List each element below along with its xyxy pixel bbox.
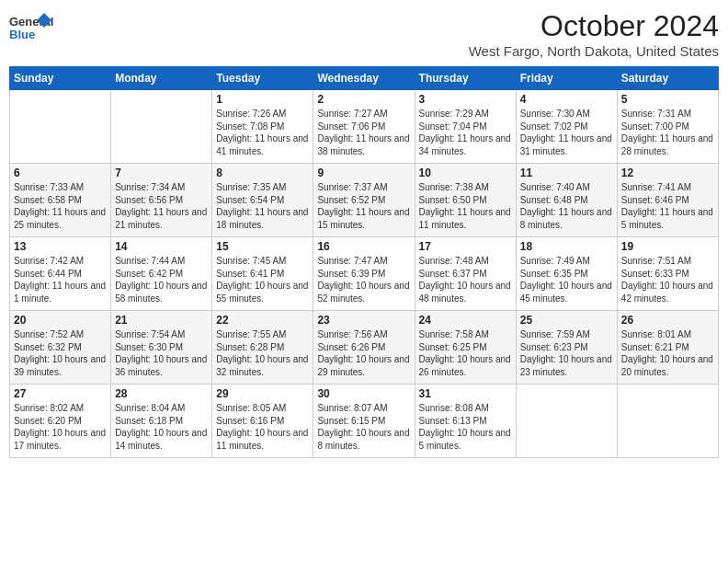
day-number: 27: [14, 387, 107, 400]
day-number: 1: [216, 93, 309, 106]
day-number: 31: [419, 387, 512, 400]
calendar-week-row: 20Sunrise: 7:52 AM Sunset: 6:32 PM Dayli…: [10, 311, 719, 385]
calendar-cell: 5Sunrise: 7:31 AM Sunset: 7:00 PM Daylig…: [617, 90, 718, 164]
calendar-week-row: 27Sunrise: 8:02 AM Sunset: 6:20 PM Dayli…: [10, 385, 719, 458]
calendar-header-monday: Monday: [111, 67, 212, 90]
calendar-cell: 28Sunrise: 8:04 AM Sunset: 6:18 PM Dayli…: [111, 385, 212, 458]
calendar-cell: 22Sunrise: 7:55 AM Sunset: 6:28 PM Dayli…: [212, 311, 313, 385]
logo-svg: General Blue: [9, 9, 53, 46]
day-info: Sunrise: 7:30 AM Sunset: 7:02 PM Dayligh…: [520, 108, 613, 157]
day-info: Sunrise: 8:01 AM Sunset: 6:21 PM Dayligh…: [621, 328, 714, 378]
day-number: 6: [14, 167, 107, 179]
day-number: 5: [621, 93, 714, 106]
day-info: Sunrise: 7:49 AM Sunset: 6:35 PM Dayligh…: [520, 255, 613, 304]
calendar-cell: 7Sunrise: 7:34 AM Sunset: 6:56 PM Daylig…: [111, 164, 212, 237]
calendar-cell: 8Sunrise: 7:35 AM Sunset: 6:54 PM Daylig…: [212, 164, 313, 237]
day-number: 9: [317, 167, 410, 179]
calendar-cell: [617, 385, 718, 458]
day-number: 25: [520, 314, 613, 327]
day-info: Sunrise: 7:48 AM Sunset: 6:37 PM Dayligh…: [419, 255, 512, 304]
day-number: 22: [216, 314, 309, 327]
day-number: 11: [520, 167, 613, 179]
calendar-cell: 19Sunrise: 7:51 AM Sunset: 6:33 PM Dayli…: [617, 237, 718, 311]
calendar-header-thursday: Thursday: [415, 67, 516, 90]
calendar-header-row: SundayMondayTuesdayWednesdayThursdayFrid…: [10, 67, 719, 90]
calendar-cell: 20Sunrise: 7:52 AM Sunset: 6:32 PM Dayli…: [10, 311, 111, 385]
day-number: 10: [419, 167, 512, 179]
day-number: 23: [317, 314, 410, 327]
day-number: 30: [317, 387, 410, 400]
calendar-cell: 24Sunrise: 7:58 AM Sunset: 6:25 PM Dayli…: [415, 311, 516, 385]
day-number: 13: [14, 240, 107, 253]
day-number: 17: [419, 240, 512, 253]
location-subtitle: West Fargo, North Dakota, United States: [469, 43, 719, 59]
day-number: 21: [115, 314, 208, 327]
day-number: 20: [14, 314, 107, 327]
calendar-cell: 9Sunrise: 7:37 AM Sunset: 6:52 PM Daylig…: [313, 164, 415, 237]
day-info: Sunrise: 7:45 AM Sunset: 6:41 PM Dayligh…: [216, 255, 309, 304]
day-info: Sunrise: 7:33 AM Sunset: 6:58 PM Dayligh…: [14, 181, 107, 231]
calendar-cell: 14Sunrise: 7:44 AM Sunset: 6:42 PM Dayli…: [111, 237, 212, 311]
calendar-header-friday: Friday: [516, 67, 617, 90]
day-info: Sunrise: 7:27 AM Sunset: 7:06 PM Dayligh…: [317, 108, 410, 157]
day-info: Sunrise: 8:08 AM Sunset: 6:13 PM Dayligh…: [419, 402, 512, 452]
calendar-cell: 17Sunrise: 7:48 AM Sunset: 6:37 PM Dayli…: [415, 237, 516, 311]
day-info: Sunrise: 7:29 AM Sunset: 7:04 PM Dayligh…: [419, 108, 512, 157]
day-info: Sunrise: 8:02 AM Sunset: 6:20 PM Dayligh…: [14, 402, 107, 452]
day-number: 12: [621, 167, 714, 179]
page-header: General Blue October 2024 West Fargo, No…: [9, 9, 719, 59]
day-info: Sunrise: 7:58 AM Sunset: 6:25 PM Dayligh…: [419, 328, 512, 378]
day-number: 29: [216, 387, 309, 400]
day-info: Sunrise: 7:41 AM Sunset: 6:46 PM Dayligh…: [621, 181, 714, 231]
calendar-cell: 3Sunrise: 7:29 AM Sunset: 7:04 PM Daylig…: [415, 90, 516, 164]
calendar-header-tuesday: Tuesday: [212, 67, 313, 90]
calendar-cell: 30Sunrise: 8:07 AM Sunset: 6:15 PM Dayli…: [313, 385, 415, 458]
calendar-cell: 29Sunrise: 8:05 AM Sunset: 6:16 PM Dayli…: [212, 385, 313, 458]
calendar-cell: 12Sunrise: 7:41 AM Sunset: 6:46 PM Dayli…: [617, 164, 718, 237]
day-info: Sunrise: 7:44 AM Sunset: 6:42 PM Dayligh…: [115, 255, 208, 304]
calendar-cell: 23Sunrise: 7:56 AM Sunset: 6:26 PM Dayli…: [313, 311, 415, 385]
day-info: Sunrise: 7:42 AM Sunset: 6:44 PM Dayligh…: [14, 255, 107, 304]
calendar-header-saturday: Saturday: [617, 67, 718, 90]
day-number: 19: [621, 240, 714, 253]
calendar-week-row: 1Sunrise: 7:26 AM Sunset: 7:08 PM Daylig…: [10, 90, 719, 164]
day-number: 2: [317, 93, 410, 106]
calendar-cell: 13Sunrise: 7:42 AM Sunset: 6:44 PM Dayli…: [10, 237, 111, 311]
calendar-header-sunday: Sunday: [10, 67, 111, 90]
day-number: 4: [520, 93, 613, 106]
day-number: 24: [419, 314, 512, 327]
calendar-week-row: 6Sunrise: 7:33 AM Sunset: 6:58 PM Daylig…: [10, 164, 719, 237]
calendar-cell: 25Sunrise: 7:59 AM Sunset: 6:23 PM Dayli…: [516, 311, 617, 385]
calendar-cell: 10Sunrise: 7:38 AM Sunset: 6:50 PM Dayli…: [415, 164, 516, 237]
month-title: October 2024: [469, 9, 719, 43]
day-number: 8: [216, 167, 309, 179]
calendar-cell: 21Sunrise: 7:54 AM Sunset: 6:30 PM Dayli…: [111, 311, 212, 385]
day-info: Sunrise: 7:52 AM Sunset: 6:32 PM Dayligh…: [14, 328, 107, 378]
calendar-cell: 1Sunrise: 7:26 AM Sunset: 7:08 PM Daylig…: [212, 90, 313, 164]
day-number: 26: [621, 314, 714, 327]
calendar-cell: 27Sunrise: 8:02 AM Sunset: 6:20 PM Dayli…: [10, 385, 111, 458]
calendar-cell: [516, 385, 617, 458]
calendar-cell: 31Sunrise: 8:08 AM Sunset: 6:13 PM Dayli…: [415, 385, 516, 458]
day-number: 28: [115, 387, 208, 400]
day-number: 7: [115, 167, 208, 179]
day-number: 16: [317, 240, 410, 253]
day-number: 15: [216, 240, 309, 253]
day-info: Sunrise: 8:05 AM Sunset: 6:16 PM Dayligh…: [216, 402, 309, 452]
calendar-cell: 6Sunrise: 7:33 AM Sunset: 6:58 PM Daylig…: [10, 164, 111, 237]
day-info: Sunrise: 7:47 AM Sunset: 6:39 PM Dayligh…: [317, 255, 410, 304]
day-info: Sunrise: 7:38 AM Sunset: 6:50 PM Dayligh…: [419, 181, 512, 231]
calendar-cell: [10, 90, 111, 164]
calendar-cell: 26Sunrise: 8:01 AM Sunset: 6:21 PM Dayli…: [617, 311, 718, 385]
calendar-cell: [111, 90, 212, 164]
day-info: Sunrise: 7:59 AM Sunset: 6:23 PM Dayligh…: [520, 328, 613, 378]
day-info: Sunrise: 7:31 AM Sunset: 7:00 PM Dayligh…: [621, 108, 714, 157]
calendar-cell: 11Sunrise: 7:40 AM Sunset: 6:48 PM Dayli…: [516, 164, 617, 237]
day-info: Sunrise: 8:07 AM Sunset: 6:15 PM Dayligh…: [317, 402, 410, 452]
calendar-table: SundayMondayTuesdayWednesdayThursdayFrid…: [9, 66, 719, 458]
day-info: Sunrise: 7:54 AM Sunset: 6:30 PM Dayligh…: [115, 328, 208, 378]
day-info: Sunrise: 7:26 AM Sunset: 7:08 PM Dayligh…: [216, 108, 309, 157]
calendar-cell: 2Sunrise: 7:27 AM Sunset: 7:06 PM Daylig…: [313, 90, 415, 164]
calendar-cell: 18Sunrise: 7:49 AM Sunset: 6:35 PM Dayli…: [516, 237, 617, 311]
day-info: Sunrise: 7:35 AM Sunset: 6:54 PM Dayligh…: [216, 181, 309, 231]
